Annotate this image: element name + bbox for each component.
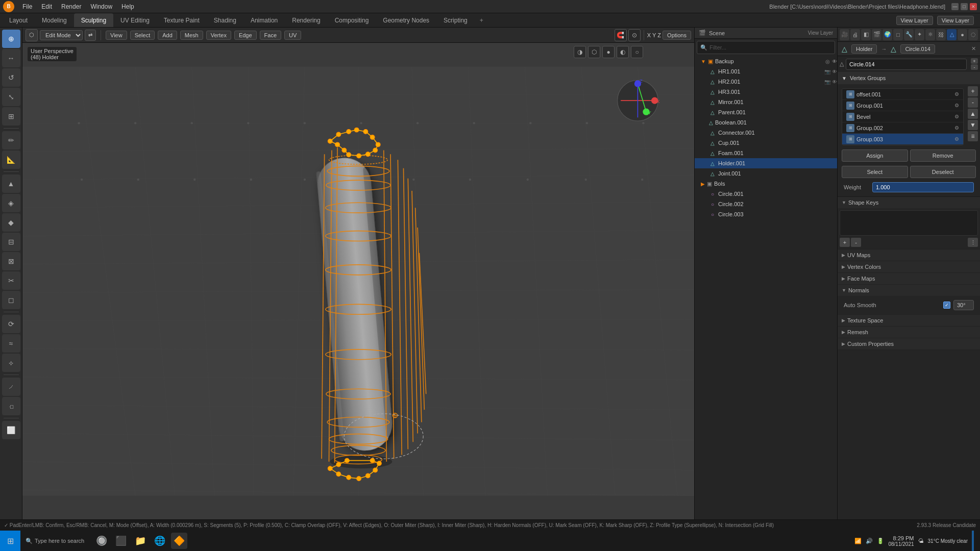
prop-render-tab[interactable]: 🎥 <box>840 29 849 40</box>
tab-modeling[interactable]: Modeling <box>35 13 74 27</box>
start-button[interactable]: ⊞ <box>0 531 20 551</box>
shape-key-add-btn[interactable]: + <box>840 238 850 247</box>
prop-constraints-tab[interactable]: ⛓ <box>936 29 946 40</box>
notification-bar[interactable] <box>972 531 974 551</box>
normals-header[interactable]: ▼ Normals <box>838 285 980 296</box>
custom-props-header[interactable]: ▶ Custom Properties <box>838 338 980 349</box>
minimize-button[interactable]: — <box>951 3 959 10</box>
shading-rendered-button[interactable]: ○ <box>631 46 643 58</box>
overlay-button[interactable]: ◑ <box>574 46 586 58</box>
outliner-item-circle2[interactable]: ○ Circle.002 <box>695 199 837 209</box>
taskbar-taskview[interactable]: ⬛ <box>113 533 129 549</box>
uv-menu[interactable]: UV <box>284 31 301 40</box>
hr1-eye-icon[interactable]: 👁 <box>832 69 837 74</box>
shape-key-remove-btn[interactable]: - <box>851 238 861 247</box>
hr1-camera-icon[interactable]: 📷 <box>824 69 830 74</box>
tab-layout[interactable]: Layout <box>2 13 35 27</box>
outliner-item-hr2[interactable]: △ HR2.001 📷 👁 <box>695 77 837 87</box>
add-menu[interactable]: Add <box>158 31 177 40</box>
tab-uv-editing[interactable]: UV Editing <box>113 13 157 27</box>
loop-cut-tool[interactable]: ⊟ <box>2 233 20 251</box>
close-button[interactable]: ✕ <box>970 3 977 10</box>
remesh-header[interactable]: ▶ Remesh <box>838 327 980 338</box>
shape-key-menu-btn[interactable]: ⋮ <box>968 238 978 247</box>
vgroup-item-group001[interactable]: ⊞ Group.001 ⚙ <box>842 100 963 111</box>
vgroup-item-offset001[interactable]: ⊞ offset.001 ⚙ <box>842 89 963 100</box>
prop-material-tab[interactable]: ● <box>958 29 967 40</box>
network-icon[interactable]: 📶 <box>854 538 862 544</box>
tab-compositing[interactable]: Compositing <box>328 13 376 27</box>
bevel-tool[interactable]: ◆ <box>2 213 20 232</box>
proportional-edit-button[interactable]: ⊙ <box>628 29 641 41</box>
vgroup-item-group002[interactable]: ⊞ Group.002 ⚙ <box>842 122 963 134</box>
prop-world-tab[interactable]: 🌍 <box>883 29 892 40</box>
knife-tool[interactable]: ✂ <box>2 271 20 290</box>
close-props-btn[interactable]: ✕ <box>971 45 976 52</box>
viewport-scene[interactable]: X Y Z <box>22 43 694 519</box>
vgroup-remove-btn[interactable]: - <box>968 97 978 108</box>
maximize-button[interactable]: □ <box>961 3 968 10</box>
tab-rendering[interactable]: Rendering <box>285 13 327 27</box>
face-menu[interactable]: Face <box>260 31 281 40</box>
vg-options-group001[interactable]: ⚙ <box>954 103 959 108</box>
prop-scene-tab[interactable]: 🎬 <box>872 29 881 40</box>
shading-solid-button[interactable]: ● <box>602 46 615 58</box>
outliner-item-holder[interactable]: △ Holder.001 <box>695 158 837 168</box>
outliner-item-connector[interactable]: △ Connector.001 <box>695 128 837 138</box>
tab-texture-paint[interactable]: Texture Paint <box>157 13 207 27</box>
vg-options-bevel[interactable]: ⚙ <box>954 114 959 119</box>
measure-tool[interactable]: 📐 <box>2 151 20 169</box>
select-menu[interactable]: Select <box>130 31 155 40</box>
taskbar-blender[interactable]: 🔶 <box>171 533 187 549</box>
mode-switch-icon[interactable]: ⇄ <box>85 30 96 41</box>
exclude-icon[interactable]: ◎ <box>825 59 830 64</box>
deselect-button[interactable]: Deselect <box>910 166 976 178</box>
tab-shading[interactable]: Shading <box>207 13 243 27</box>
rip-region-tool[interactable]: ⟤ <box>2 397 20 415</box>
outliner-item-mirror[interactable]: △ Mirror.001 <box>695 97 837 107</box>
uv-maps-header[interactable]: ▶ UV Maps <box>838 249 980 261</box>
vertex-colors-header[interactable]: ▶ Vertex Colors <box>838 261 980 272</box>
smooth-tool[interactable]: ≈ <box>2 334 20 353</box>
prop-particles-tab[interactable]: ✦ <box>915 29 924 40</box>
prop-data-tab[interactable]: △ <box>947 29 957 40</box>
extrude-tool[interactable]: ▲ <box>2 174 20 193</box>
prop-object-tab[interactable]: □ <box>893 29 903 40</box>
cursor-tool[interactable]: ⊕ <box>2 30 20 48</box>
tab-sculpting[interactable]: Sculpting <box>74 13 113 27</box>
rotate-tool[interactable]: ↺ <box>2 68 20 87</box>
mesh-name-add-btn[interactable]: + <box>971 58 978 64</box>
outliner-item-boolean[interactable]: △ Boolean.001 <box>695 117 837 128</box>
scale-tool[interactable]: ⤡ <box>2 88 20 106</box>
menu-render[interactable]: Render <box>57 2 85 11</box>
texture-space-header[interactable]: ▶ Texture Space <box>838 315 980 326</box>
3d-viewport[interactable]: ⬡ Edit Mode ⇄ View Select Add Mesh Verte… <box>22 28 694 519</box>
taskbar-edge[interactable]: 🌐 <box>152 533 168 549</box>
menu-file[interactable]: File <box>18 2 36 11</box>
scene-selector[interactable]: View Layer <box>896 16 933 25</box>
tab-scripting[interactable]: Scripting <box>436 13 475 27</box>
prop-view-tab[interactable]: ◧ <box>861 29 871 40</box>
vgroup-item-bevel[interactable]: ⊞ Bevel ⚙ <box>842 111 963 122</box>
vg-options-group003[interactable]: ⚙ <box>954 136 959 142</box>
tab-animation[interactable]: Animation <box>243 13 285 27</box>
vgroup-down-btn[interactable]: ▼ <box>968 120 978 130</box>
shrink-fatten-tool[interactable]: ⟡ <box>2 354 20 372</box>
offset-edge-tool[interactable]: ⊠ <box>2 252 20 270</box>
menu-help[interactable]: Help <box>117 2 138 11</box>
prop-particles2-tab[interactable]: ◌ <box>968 29 978 40</box>
vertex-menu[interactable]: Vertex <box>206 31 231 40</box>
mesh-name-field[interactable]: Circle.014 <box>846 59 967 70</box>
vgroup-menu-btn[interactable]: ≡ <box>968 131 978 141</box>
vg-options-offset001[interactable]: ⚙ <box>954 91 959 97</box>
outliner-item-hr1[interactable]: △ HR1.001 📷 👁 <box>695 66 837 77</box>
vgroup-add-btn[interactable]: + <box>968 86 978 96</box>
vertex-groups-header[interactable]: ▼ Vertex Groups <box>838 72 980 84</box>
vg-options-group002[interactable]: ⚙ <box>954 125 959 131</box>
shape-keys-header[interactable]: ▼ Shape Keys <box>838 197 980 208</box>
shading-material-button[interactable]: ◐ <box>617 46 629 58</box>
poly-build-tool[interactable]: ◻ <box>2 291 20 309</box>
tab-geometry-nodes[interactable]: Geometry Nodes <box>376 13 436 27</box>
outliner-search[interactable]: 🔍 Filter... <box>697 41 835 54</box>
outliner-item-foam[interactable]: △ Foam.001 <box>695 148 837 158</box>
